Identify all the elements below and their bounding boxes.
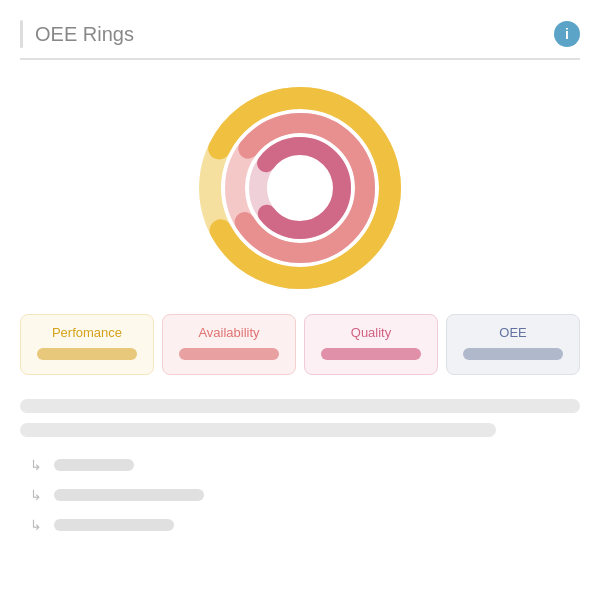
widget-header: OEE Rings i xyxy=(20,20,580,60)
availability-label: Availability xyxy=(175,325,283,340)
arrow-icon-1: ↳ xyxy=(30,457,42,473)
sub-bar-3 xyxy=(54,519,174,531)
rings-chart xyxy=(190,80,410,290)
metric-card-availability[interactable]: Availability xyxy=(162,314,296,375)
oee-label: OEE xyxy=(459,325,567,340)
arrow-icon-3: ↳ xyxy=(30,517,42,533)
header-bar-decoration xyxy=(20,20,23,48)
metric-card-oee[interactable]: OEE xyxy=(446,314,580,375)
sub-bar-2 xyxy=(54,489,204,501)
performance-value-bar xyxy=(37,348,137,360)
oee-rings-widget: OEE Rings i Perfomance Availabili xyxy=(0,0,600,600)
header-left: OEE Rings xyxy=(20,20,134,48)
sub-item-1: ↳ xyxy=(30,457,580,473)
availability-value-bar xyxy=(179,348,279,360)
arrow-icon-2: ↳ xyxy=(30,487,42,503)
quality-value-bar xyxy=(321,348,421,360)
svg-point-6 xyxy=(272,160,328,216)
quality-label: Quality xyxy=(317,325,425,340)
page-title: OEE Rings xyxy=(35,23,134,46)
sub-items-list: ↳ ↳ ↳ xyxy=(20,457,580,533)
sub-item-3: ↳ xyxy=(30,517,580,533)
skeleton-bar-2 xyxy=(20,423,496,437)
metric-card-quality[interactable]: Quality xyxy=(304,314,438,375)
metrics-row: Perfomance Availability Quality OEE xyxy=(20,314,580,375)
sub-item-2: ↳ xyxy=(30,487,580,503)
chart-area xyxy=(20,80,580,290)
skeleton-bar-1 xyxy=(20,399,580,413)
metric-card-performance[interactable]: Perfomance xyxy=(20,314,154,375)
sub-bar-1 xyxy=(54,459,134,471)
skeleton-section xyxy=(20,399,580,437)
performance-label: Perfomance xyxy=(33,325,141,340)
oee-value-bar xyxy=(463,348,563,360)
info-icon[interactable]: i xyxy=(554,21,580,47)
